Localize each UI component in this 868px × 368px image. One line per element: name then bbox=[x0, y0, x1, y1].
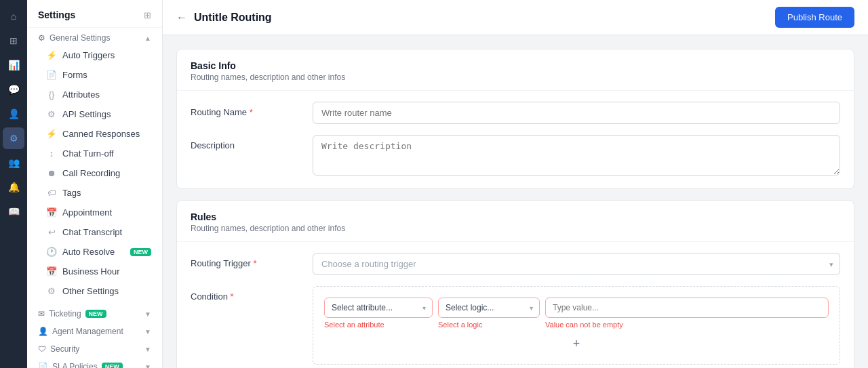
topbar: ← Untitle Routing Publish Route bbox=[163, 0, 868, 35]
basic-info-title: Basic Info bbox=[191, 60, 840, 71]
rules-body: Routing Trigger * Choose a routing trigg… bbox=[177, 242, 854, 368]
home-icon[interactable]: ⌂ bbox=[3, 5, 24, 27]
routing-trigger-label: Routing Trigger * bbox=[191, 253, 299, 268]
section-sla-policies[interactable]: 📄 SLA Policies NEW ▼ bbox=[27, 356, 162, 368]
ticketing-icon: ✉ bbox=[38, 309, 45, 319]
canned-responses-icon: ⚡ bbox=[46, 129, 57, 139]
sla-icon: 📄 bbox=[38, 362, 48, 368]
basic-info-subtitle: Routing names, description and other inf… bbox=[191, 73, 840, 82]
grid-icon[interactable]: ⊞ bbox=[3, 30, 24, 52]
sidebar-header: Settings ⊞ bbox=[27, 0, 162, 28]
agent-mgmt-chevron-icon: ▼ bbox=[144, 328, 151, 335]
rules-title: Rules bbox=[191, 211, 840, 222]
gear-icon: ⚙ bbox=[38, 33, 45, 43]
topbar-left: ← Untitle Routing bbox=[176, 12, 272, 24]
sidebar-item-forms[interactable]: 📄 Forms bbox=[27, 65, 162, 85]
sla-badge: NEW bbox=[102, 363, 123, 368]
add-condition-button[interactable]: + bbox=[567, 334, 586, 353]
sidebar-item-business-hour[interactable]: 📅 Business Hour bbox=[27, 262, 162, 281]
other-settings-icon: ⚙ bbox=[46, 286, 57, 296]
attributes-icon: {} bbox=[46, 89, 57, 100]
auto-resolve-badge: NEW bbox=[130, 248, 151, 256]
section-general-settings[interactable]: ⚙ General Settings ▲ bbox=[27, 28, 162, 45]
agent-management-icon: 👤 bbox=[38, 327, 48, 336]
error-logic: Select a logic bbox=[438, 321, 540, 329]
call-recording-icon: ⏺ bbox=[46, 168, 57, 178]
auto-triggers-icon: ⚡ bbox=[46, 50, 57, 60]
condition-label: Condition * bbox=[191, 286, 299, 302]
description-textarea[interactable] bbox=[313, 135, 840, 176]
icon-bar: ⌂ ⊞ 📊 💬 👤 ⚙ 👥 🔔 📖 bbox=[0, 0, 27, 368]
chat-turn-off-icon: ↕ bbox=[46, 148, 57, 159]
api-settings-icon: ⚙ bbox=[46, 109, 57, 119]
description-input-wrap bbox=[313, 135, 840, 178]
security-chevron-icon: ▼ bbox=[144, 346, 151, 353]
error-attribute: Select an attribute bbox=[324, 321, 433, 329]
business-hour-icon: 📅 bbox=[46, 266, 57, 277]
sidebar-item-attributes[interactable]: {} Attributes bbox=[27, 85, 162, 104]
add-condition-wrap: + bbox=[324, 334, 829, 353]
chart-icon[interactable]: 📊 bbox=[3, 54, 24, 76]
select-logic-dropdown[interactable]: Select logic... bbox=[438, 298, 540, 318]
page-title: Untitle Routing bbox=[194, 12, 272, 24]
routing-trigger-select[interactable]: Choose a routing trigger bbox=[313, 253, 840, 275]
chevron-up-icon: ▲ bbox=[144, 35, 151, 42]
sidebar-item-canned-responses[interactable]: ⚡ Canned Responses bbox=[27, 124, 162, 144]
routing-name-input[interactable] bbox=[313, 102, 840, 124]
description-row: Description bbox=[191, 135, 840, 178]
content-area: Basic Info Routing names, description an… bbox=[163, 35, 868, 368]
error-value: Value can not be empty bbox=[545, 321, 829, 329]
book-icon[interactable]: 📖 bbox=[3, 201, 24, 222]
settings-icon[interactable]: ⚙ bbox=[3, 127, 24, 149]
sidebar-item-api-settings[interactable]: ⚙ API Settings bbox=[27, 104, 162, 124]
forms-icon: 📄 bbox=[46, 70, 57, 80]
basic-info-card: Basic Info Routing names, description an… bbox=[176, 49, 854, 189]
bell-icon[interactable]: 🔔 bbox=[3, 176, 24, 198]
routing-name-input-wrap bbox=[313, 102, 840, 124]
publish-route-button[interactable]: Publish Route bbox=[775, 7, 854, 28]
general-settings-items: ⚡ Auto Triggers 📄 Forms {} Attributes ⚙ … bbox=[27, 45, 162, 301]
routing-name-label: Routing Name * bbox=[191, 102, 299, 117]
appointment-icon: 📅 bbox=[46, 207, 57, 218]
section-agent-management[interactable]: 👤 Agent Management ▼ bbox=[27, 321, 162, 339]
condition-inputs-row: Select attribute... ▾ Select logic... ▾ bbox=[324, 298, 829, 318]
routing-trigger-dropdown: Choose a routing trigger ▾ bbox=[313, 253, 840, 275]
tags-icon: 🏷 bbox=[46, 188, 57, 198]
condition-row: Condition * Select attribute... bbox=[191, 286, 840, 368]
rules-card: Rules Routing names, description and oth… bbox=[176, 200, 854, 368]
chat-icon[interactable]: 💬 bbox=[3, 79, 24, 100]
people-icon[interactable]: 👥 bbox=[3, 152, 24, 173]
sidebar-collapse-icon[interactable]: ⊞ bbox=[144, 10, 151, 20]
sidebar-item-appointment[interactable]: 📅 Appointment bbox=[27, 203, 162, 222]
sidebar-item-call-recording[interactable]: ⏺ Call Recording bbox=[27, 163, 162, 183]
contacts-icon[interactable]: 👤 bbox=[3, 103, 24, 125]
routing-trigger-select-wrap: Choose a routing trigger ▾ bbox=[313, 253, 840, 275]
ticketing-chevron-icon: ▼ bbox=[144, 310, 151, 318]
sidebar: Settings ⊞ ⚙ General Settings ▲ ⚡ Auto T… bbox=[27, 0, 163, 368]
auto-resolve-icon: 🕐 bbox=[46, 247, 57, 257]
back-button[interactable]: ← bbox=[176, 12, 187, 24]
security-icon: 🛡 bbox=[38, 344, 46, 354]
condition-errors: Select an attribute Select a logic Value… bbox=[324, 321, 829, 329]
routing-name-required: * bbox=[250, 107, 253, 117]
select-attribute-wrap: Select attribute... ▾ bbox=[324, 298, 433, 318]
sidebar-item-chat-turn-off[interactable]: ↕ Chat Turn-off bbox=[27, 144, 162, 163]
main-area: ← Untitle Routing Publish Route Basic In… bbox=[163, 0, 868, 368]
section-security[interactable]: 🛡 Security ▼ bbox=[27, 339, 162, 356]
condition-value-input[interactable] bbox=[545, 298, 829, 318]
sidebar-item-auto-resolve[interactable]: 🕐 Auto Resolve NEW bbox=[27, 242, 162, 262]
sidebar-item-auto-triggers[interactable]: ⚡ Auto Triggers bbox=[27, 45, 162, 65]
chat-transcript-icon: ↩ bbox=[46, 227, 57, 237]
select-attribute-dropdown[interactable]: Select attribute... bbox=[324, 298, 433, 318]
condition-input-wrap: Select attribute... ▾ Select logic... ▾ bbox=[313, 286, 840, 368]
section-ticketing[interactable]: ✉ Ticketing NEW ▼ bbox=[27, 304, 162, 321]
sidebar-item-other-settings[interactable]: ⚙ Other Settings bbox=[27, 281, 162, 301]
rules-subtitle: Routing names, description and other inf… bbox=[191, 224, 840, 233]
description-label: Description bbox=[191, 135, 299, 150]
sidebar-item-chat-transcript[interactable]: ↩ Chat Transcript bbox=[27, 222, 162, 242]
ticketing-badge: NEW bbox=[85, 310, 106, 318]
select-logic-wrap: Select logic... ▾ bbox=[438, 298, 540, 318]
sidebar-item-tags[interactable]: 🏷 Tags bbox=[27, 183, 162, 203]
routing-trigger-row: Routing Trigger * Choose a routing trigg… bbox=[191, 253, 840, 275]
condition-box: Select attribute... ▾ Select logic... ▾ bbox=[313, 286, 840, 365]
